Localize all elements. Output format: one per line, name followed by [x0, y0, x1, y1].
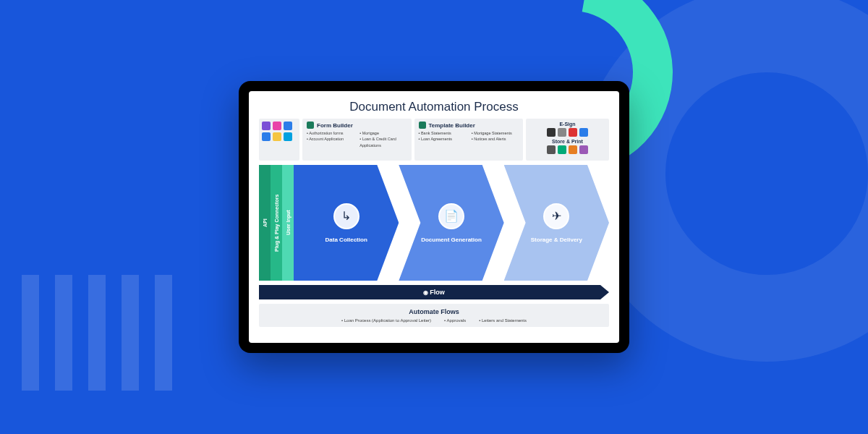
send-icon: ✈: [543, 203, 569, 229]
side-labels: API Plug & Play Connectors User Input: [259, 165, 294, 281]
top-row: Form Builder • Authorization forms • Acc…: [259, 119, 609, 161]
branch-icon: ↳: [333, 203, 359, 229]
side-label-connectors: Plug & Play Connectors: [271, 165, 282, 281]
form-builder-box: Form Builder • Authorization forms • Acc…: [302, 119, 412, 161]
integration-icon: [569, 128, 577, 137]
connector-icon: [273, 132, 281, 141]
integration-icon: [579, 145, 588, 154]
process-chevrons: API Plug & Play Connectors User Input ↳ …: [259, 165, 609, 281]
flow-label: Flow: [423, 289, 445, 296]
integration-icon: [558, 128, 566, 137]
connector-icons-box: [259, 119, 299, 161]
chevron-label: Storage & Delivery: [531, 237, 582, 243]
template-item: • Notices and Alerts: [472, 136, 519, 142]
chevron-label: Document Generation: [421, 237, 482, 243]
connector-icon: [284, 132, 292, 141]
tablet-frame: Document Automation Process Form Builder…: [239, 81, 629, 353]
background-bars: [22, 275, 172, 391]
form-item: • Account Application: [307, 136, 354, 142]
template-item: • Bank Statements: [419, 130, 466, 136]
side-label-user-input: User Input: [282, 165, 294, 281]
template-item: • Loan Agreements: [419, 136, 466, 142]
integration-icon: [579, 128, 588, 137]
template-builder-title: Template Builder: [419, 122, 519, 129]
automate-item: • Loan Process (Application to Approval …: [341, 318, 431, 323]
form-item: • Mortgage: [359, 130, 407, 136]
flow-bar: Flow: [259, 285, 609, 299]
esign-label: E-Sign: [530, 122, 605, 127]
form-builder-title: Form Builder: [307, 122, 407, 129]
chevron-storage-delivery: ✈ Storage & Delivery: [504, 165, 609, 281]
side-label-api: API: [259, 165, 271, 281]
connector-icon: [262, 132, 271, 141]
template-item: • Mortgage Statements: [472, 130, 519, 136]
chevron-label: Data Collection: [326, 237, 367, 243]
integration-icon: [547, 128, 556, 137]
template-builder-box: Template Builder • Bank Statements • Loa…: [414, 119, 524, 161]
document-icon: 📄: [438, 203, 464, 229]
connector-icon: [284, 122, 292, 130]
connector-icon: [273, 122, 281, 130]
esign-store-box: E-Sign Store & Print: [526, 119, 609, 161]
automate-item: • Approvals: [444, 318, 466, 323]
store-print-label: Store & Print: [530, 139, 605, 144]
integration-icon: [547, 145, 556, 154]
chevron-document-generation: 📄 Document Generation: [399, 165, 503, 281]
diagram-title: Document Automation Process: [259, 98, 609, 114]
automate-flows-box: Automate Flows • Loan Process (Applicati…: [259, 304, 609, 327]
chevron-data-collection: ↳ Data Collection: [294, 165, 399, 281]
form-item: • Authorization forms: [307, 130, 354, 136]
integration-icon: [569, 145, 577, 154]
tablet-screen: Document Automation Process Form Builder…: [249, 91, 619, 343]
connector-icon: [262, 122, 271, 130]
integration-icon: [558, 145, 566, 154]
automate-item: • Letters and Statements: [479, 318, 527, 323]
form-item: • Loan & Credit Card Applications: [359, 136, 407, 148]
automate-title: Automate Flows: [263, 308, 605, 315]
